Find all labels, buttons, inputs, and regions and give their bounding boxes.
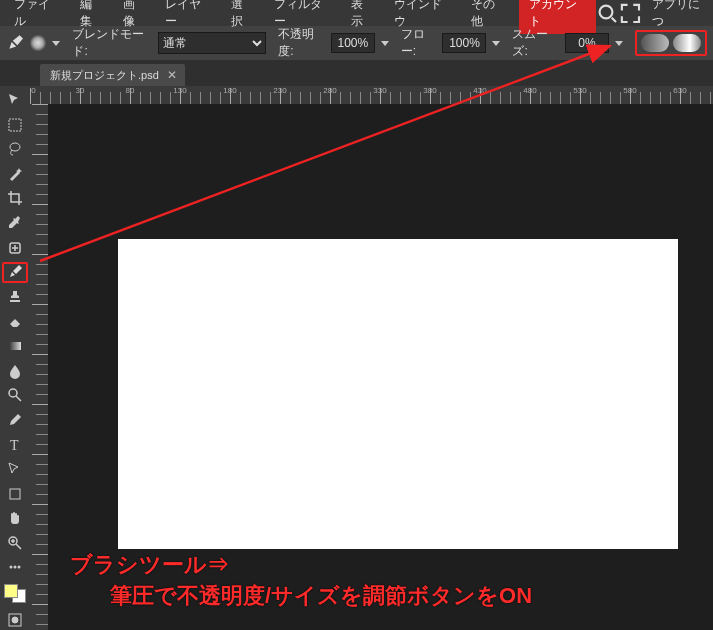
ruler-horizontal: -203080130180230280330380430480530580630 [30,86,713,104]
toolbox: T [0,86,30,630]
annotation-text: ブラシツール⇒ 筆圧で不透明度/サイズを調節ボタンをON [70,550,532,612]
smooth-label: スムーズ: [512,26,559,60]
fg-color-swatch[interactable] [4,584,18,598]
stamp-tool[interactable] [2,287,28,308]
canvas[interactable] [118,239,678,549]
move-tool[interactable] [2,90,28,111]
svg-line-1 [612,17,616,21]
lasso-tool[interactable] [2,139,28,160]
pressure-size-button[interactable] [673,34,701,52]
menu-other[interactable]: その他 [461,0,515,34]
document-tab[interactable]: 新規プロジェクト.psd ✕ [40,64,185,86]
svg-point-12 [18,566,21,569]
opacity-field[interactable]: 100% [331,33,375,53]
svg-point-0 [600,5,613,18]
annotation-line2: 筆圧で不透明度/サイズを調節ボタンをON [70,581,532,612]
menubar: ファイル 編集 画像 レイヤー 選択 フィルター 表示 ウインドウ その他 アカ… [0,0,713,26]
app-link[interactable]: アプリにつ [652,0,709,30]
marquee-tool[interactable] [2,115,28,136]
search-icon[interactable] [596,1,619,25]
pen-tool[interactable] [2,410,28,431]
svg-point-14 [12,617,18,623]
quickmask-tool[interactable] [2,609,28,630]
crop-tool[interactable] [2,188,28,209]
opacity-label: 不透明度: [278,26,325,60]
menu-file[interactable]: ファイル [4,0,70,34]
zoom-tool[interactable] [2,532,28,553]
menu-select[interactable]: 選択 [221,0,264,34]
svg-rect-5 [9,342,21,350]
svg-point-10 [10,566,13,569]
shape-tool[interactable] [2,483,28,504]
blendmode-select[interactable]: 通常 [158,32,267,54]
annotation-line1: ブラシツール⇒ [70,550,532,581]
brush-preview-icon[interactable] [30,34,46,52]
smooth-field[interactable]: 0% [565,33,609,53]
hand-tool[interactable] [2,508,28,529]
heal-tool[interactable] [2,237,28,258]
svg-rect-8 [10,489,20,499]
close-icon[interactable]: ✕ [167,68,177,82]
tab-title: 新規プロジェクト.psd [50,68,159,83]
current-tool-icon[interactable] [6,33,24,53]
chevron-down-icon[interactable] [381,41,389,46]
chevron-down-icon[interactable] [492,41,500,46]
pressure-opacity-button[interactable] [641,34,669,52]
svg-rect-2 [9,119,21,131]
workspace: T -2030801301802302803303804304805305806… [0,86,713,630]
ellipsis-tool[interactable] [2,557,28,578]
dodge-tool[interactable] [2,385,28,406]
path-tool[interactable] [2,459,28,480]
wand-tool[interactable] [2,164,28,185]
gradient-tool[interactable] [2,336,28,357]
blendmode-label: ブレンドモード: [72,26,151,60]
brush-tool[interactable] [2,262,28,283]
svg-point-6 [9,389,17,397]
menu-layer[interactable]: レイヤー [155,0,221,34]
blur-tool[interactable] [2,361,28,382]
text-tool[interactable]: T [2,434,28,455]
eyedropper-tool[interactable] [2,213,28,234]
svg-point-11 [14,566,17,569]
color-swatches[interactable] [2,582,28,606]
eraser-tool[interactable] [2,312,28,333]
chevron-down-icon[interactable] [615,41,623,46]
flow-label: フロー: [401,26,437,60]
tab-bar: 新規プロジェクト.psd ✕ [0,60,713,86]
ruler-vertical [30,104,48,630]
pressure-buttons-highlight [635,30,707,56]
flow-field[interactable]: 100% [442,33,486,53]
fullscreen-icon[interactable] [619,1,642,25]
svg-text:T: T [10,438,19,453]
chevron-down-icon[interactable] [52,41,60,46]
menu-view[interactable]: 表示 [341,0,384,34]
